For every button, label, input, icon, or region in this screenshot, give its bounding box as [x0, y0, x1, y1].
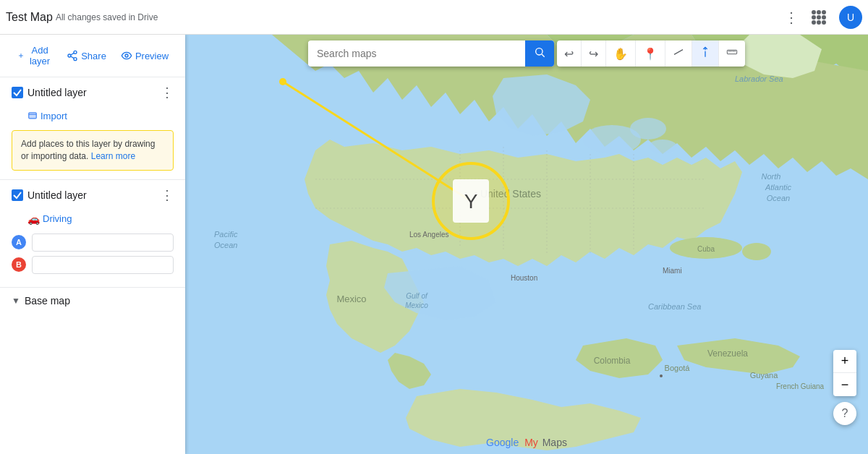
svg-point-13 [742, 243, 771, 260]
svg-text:Guyana: Guyana [750, 371, 778, 380]
svg-point-10 [630, 118, 666, 140]
map-tools: ↩ ↪ ✋ 📍 [557, 40, 745, 67]
svg-text:French Guiana: French Guiana [776, 382, 825, 390]
layer-2-name: Untitled layer [27, 189, 87, 201]
zoom-in-button[interactable]: + [833, 350, 856, 373]
help-button[interactable]: ? [833, 402, 856, 425]
action-row: Add layer Share Preview [0, 35, 185, 77]
driving-label: Driving [43, 213, 72, 224]
svg-text:Bogotá: Bogotá [665, 364, 691, 372]
learn-more-label: Learn more [91, 151, 135, 161]
route-input-b[interactable] [32, 256, 174, 274]
share-label: Share [81, 51, 106, 61]
svg-line-3 [71, 56, 75, 59]
add-layer-label: Add layer [27, 45, 52, 67]
ruler-tool-button[interactable] [719, 40, 745, 67]
layer-2-header[interactable]: Untitled layer ⋮ [0, 180, 185, 210]
avatar[interactable]: U [839, 6, 862, 29]
svg-text:Mexico: Mexico [405, 301, 428, 309]
svg-text:Caribbean Sea: Caribbean Sea [648, 302, 701, 311]
pin-tool-button[interactable]: 📍 [636, 40, 665, 67]
svg-point-43 [279, 78, 286, 85]
redo-button[interactable]: ↪ [582, 40, 606, 67]
import-link[interactable]: Import [0, 108, 185, 127]
svg-text:Mexico: Mexico [336, 294, 366, 304]
svg-point-31 [660, 374, 663, 377]
learn-more-link[interactable]: Learn more [91, 151, 135, 161]
svg-text:Houston: Houston [511, 274, 537, 282]
svg-point-1 [68, 54, 71, 57]
route-input-a[interactable] [32, 234, 174, 252]
map-toolbar: ↩ ↪ ✋ 📍 [185, 40, 868, 67]
more-options-icon[interactable]: ⋮ [778, 6, 804, 29]
layer-1-checkbox[interactable] [12, 87, 23, 98]
layer-1-header[interactable]: Untitled layer ⋮ [0, 77, 185, 108]
base-map-section[interactable]: ▼ Base map [0, 288, 185, 314]
map-area[interactable]: Caribbean Sea North Atlantic Ocean Labra… [185, 35, 868, 454]
svg-point-0 [74, 51, 77, 53]
route-input-b-row: B [12, 256, 174, 274]
svg-point-11 [648, 140, 677, 154]
top-bar: Test Map All changes saved in Drive ⋮ U [0, 0, 868, 35]
svg-text:Venezuela: Venezuela [707, 348, 748, 359]
search-bar [308, 40, 554, 67]
layer-1-name: Untitled layer [27, 87, 87, 98]
checkmark-icon-2 [13, 191, 22, 200]
info-box: Add places to this layer by drawing or i… [12, 130, 174, 171]
svg-text:Pacific: Pacific [214, 230, 238, 239]
zoom-out-button[interactable]: − [833, 373, 856, 396]
import-icon [27, 111, 38, 121]
share-button[interactable]: Share [61, 46, 112, 66]
add-layer-button[interactable]: Add layer [12, 40, 58, 71]
svg-text:Ocean: Ocean [214, 241, 237, 249]
svg-text:Cuba: Cuba [697, 245, 715, 253]
google-branding: Google My Maps [486, 437, 567, 448]
collapse-icon: ▼ [12, 296, 20, 306]
map-search-button[interactable] [525, 40, 554, 67]
layer-1-more-icon[interactable]: ⋮ [161, 85, 174, 100]
svg-line-4 [71, 53, 75, 55]
base-map-row[interactable]: ▼ Base map [12, 295, 174, 307]
map-search-input[interactable] [308, 42, 525, 65]
svg-point-47 [536, 48, 542, 55]
google-brand-google: Google [486, 437, 519, 448]
svg-text:Miami: Miami [663, 267, 682, 275]
route-tool-icon [699, 46, 711, 58]
route-inputs: A B [0, 231, 185, 287]
svg-rect-49 [727, 50, 736, 53]
app-subtitle: All changes saved in Drive [56, 12, 158, 22]
google-brand-space [520, 437, 523, 448]
route-tool-button[interactable] [692, 40, 719, 67]
car-icon: 🚗 [27, 213, 40, 225]
add-layer-icon [17, 50, 25, 61]
google-brand-my: My [524, 437, 538, 448]
svg-text:Atlantic: Atlantic [765, 183, 792, 192]
marker-b: B [12, 257, 26, 272]
zoom-controls: + − [833, 350, 856, 396]
layer-2-more-icon[interactable]: ⋮ [161, 187, 174, 203]
svg-rect-6 [29, 112, 37, 118]
layer-1-section: Untitled layer ⋮ Import Add places to th… [0, 77, 185, 180]
undo-button[interactable]: ↩ [557, 40, 582, 67]
map-svg: Caribbean Sea North Atlantic Ocean Labra… [185, 35, 868, 454]
svg-text:Labrador Sea: Labrador Sea [735, 74, 783, 83]
svg-point-5 [125, 54, 128, 57]
preview-icon [121, 50, 132, 61]
svg-text:Gulf of: Gulf of [406, 292, 428, 300]
svg-text:North: North [762, 172, 781, 181]
layer-2-checkbox[interactable] [12, 189, 23, 201]
marker-a: A [12, 235, 26, 249]
svg-text:Ocean: Ocean [767, 194, 790, 202]
ruler-tool-icon [726, 46, 738, 58]
apps-grid-icon[interactable] [810, 9, 827, 26]
preview-button[interactable]: Preview [115, 46, 174, 66]
search-icon [534, 46, 545, 58]
hand-tool-button[interactable]: ✋ [606, 40, 636, 67]
line-tool-button[interactable] [665, 40, 692, 67]
svg-line-48 [542, 54, 545, 57]
base-map-label: Base map [25, 295, 70, 307]
import-label: Import [41, 111, 67, 121]
app-title: Test Map [6, 11, 53, 24]
left-panel: Add layer Share Preview [0, 35, 185, 454]
driving-row[interactable]: 🚗 Driving [0, 210, 185, 231]
